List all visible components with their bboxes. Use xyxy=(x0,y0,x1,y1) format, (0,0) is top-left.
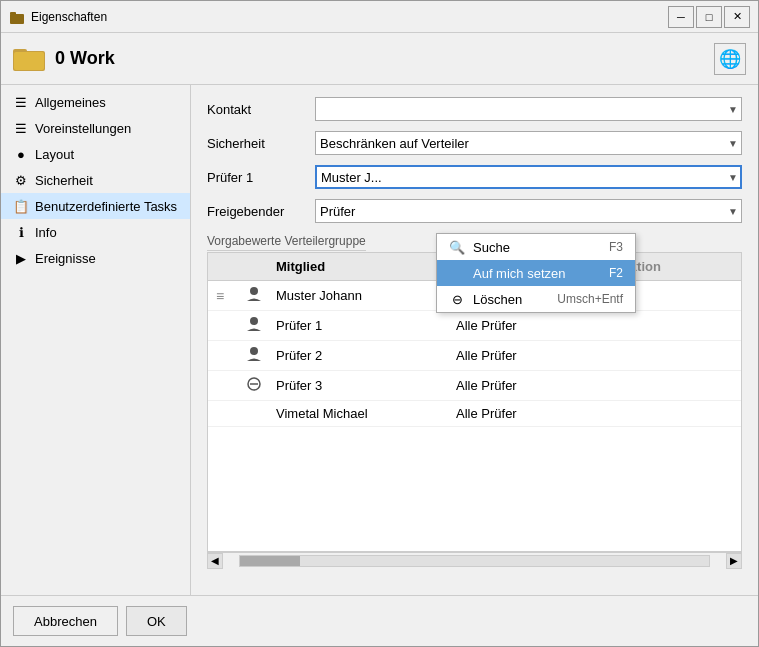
title-bar-text: Eigenschaften xyxy=(31,10,668,24)
row-mitglied: Vimetal Michael xyxy=(268,404,448,423)
svg-rect-1 xyxy=(10,12,16,15)
row-icon-person xyxy=(238,314,268,337)
auf-mich-icon xyxy=(449,265,465,281)
layout-icon: ● xyxy=(13,146,29,162)
sicherheit-row: Sicherheit Beschränken auf Verteiler ▼ xyxy=(207,131,742,155)
restore-button[interactable]: □ xyxy=(696,6,722,28)
sidebar: ☰ Allgemeines ☰ Voreinstellungen ● Layou… xyxy=(1,85,191,595)
section-label: Vorgabewerte Verteilergruppe xyxy=(207,234,366,251)
cancel-button[interactable]: Abbrechen xyxy=(13,606,118,636)
row-gruppe: Alle Prüfer xyxy=(448,316,598,335)
kontakt-row: Kontakt ▼ xyxy=(207,97,742,121)
table-row[interactable]: Prüfer 2 Alle Prüfer xyxy=(208,341,741,371)
row-funktion xyxy=(598,384,741,388)
auf-mich-label: Auf mich setzen xyxy=(473,266,566,281)
kontakt-select[interactable] xyxy=(315,97,742,121)
title-bar: Eigenschaften ─ □ ✕ xyxy=(1,1,758,33)
row-icon-minus xyxy=(238,374,268,397)
row-funktion xyxy=(598,324,741,328)
sidebar-item-info[interactable]: ℹ Info xyxy=(1,219,190,245)
close-button[interactable]: ✕ xyxy=(724,6,750,28)
sicherheit-select[interactable]: Beschränken auf Verteiler xyxy=(315,131,742,155)
main-content: ☰ Allgemeines ☰ Voreinstellungen ● Layou… xyxy=(1,85,758,595)
table-row[interactable]: Prüfer 1 Alle Prüfer xyxy=(208,311,741,341)
ok-button[interactable]: OK xyxy=(126,606,187,636)
kontakt-select-wrapper: ▼ xyxy=(315,97,742,121)
scrollbar-thumb[interactable] xyxy=(240,556,300,566)
main-window: Eigenschaften ─ □ ✕ 0 Work 🌐 ☰ Al xyxy=(0,0,759,647)
horizontal-scrollbar[interactable] xyxy=(239,555,710,567)
row-icon-empty xyxy=(238,412,268,416)
svg-rect-4 xyxy=(14,52,44,70)
row-handle: ≡ xyxy=(208,286,238,306)
header-folder-icon xyxy=(13,43,45,74)
sidebar-item-layout[interactable]: ● Layout xyxy=(1,141,190,167)
prufer1-select[interactable]: Muster J... xyxy=(315,165,742,189)
row-mitglied: Muster Johann xyxy=(268,286,448,305)
header-bar: 0 Work 🌐 xyxy=(1,33,758,85)
freigebender-select-wrapper: Prüfer ▼ xyxy=(315,199,742,223)
suche-icon: 🔍 xyxy=(449,239,465,255)
loeschen-icon: ⊖ xyxy=(449,291,465,307)
row-gruppe: Alle Prüfer xyxy=(448,346,598,365)
kontakt-label: Kontakt xyxy=(207,102,307,117)
scroll-right-button[interactable]: ▶ xyxy=(726,553,742,569)
allgemeines-icon: ☰ xyxy=(13,94,29,110)
row-mitglied: Prüfer 1 xyxy=(268,316,448,335)
row-icon-person xyxy=(238,344,268,367)
sidebar-item-allgemeines[interactable]: ☰ Allgemeines xyxy=(1,89,190,115)
row-handle xyxy=(208,412,238,416)
context-menu: 🔍 Suche F3 Auf mich setzen F2 ⊖ Löschen … xyxy=(436,233,636,313)
sidebar-item-ereignisse[interactable]: ▶ Ereignisse xyxy=(1,245,190,271)
sicherheit-select-wrapper: Beschränken auf Verteiler ▼ xyxy=(315,131,742,155)
row-gruppe: Alle Prüfer xyxy=(448,376,598,395)
svg-point-5 xyxy=(250,287,258,295)
sidebar-item-benutzerdefinierte[interactable]: 📋 Benutzerdefinierte Tasks xyxy=(1,193,190,219)
auf-mich-shortcut: F2 xyxy=(609,266,623,280)
svg-point-7 xyxy=(250,347,258,355)
table-row[interactable]: Prüfer 3 Alle Prüfer xyxy=(208,371,741,401)
sidebar-label-layout: Layout xyxy=(35,147,74,162)
freigebender-label: Freigebender xyxy=(207,204,307,219)
voreinstellungen-icon: ☰ xyxy=(13,120,29,136)
sidebar-item-sicherheit[interactable]: ⚙ Sicherheit xyxy=(1,167,190,193)
row-handle xyxy=(208,354,238,358)
sidebar-label-benutzerdefinierte: Benutzerdefinierte Tasks xyxy=(35,199,177,214)
ereignisse-icon: ▶ xyxy=(13,250,29,266)
row-gruppe: Alle Prüfer xyxy=(448,404,598,423)
context-menu-suche[interactable]: 🔍 Suche F3 xyxy=(437,234,635,260)
scroll-left-button[interactable]: ◀ xyxy=(207,553,223,569)
scrollbar-area: ◀ ▶ xyxy=(207,552,742,568)
prufer1-select-wrapper: Muster J... ▼ xyxy=(315,165,742,189)
row-icon-person xyxy=(238,284,268,307)
sidebar-item-voreinstellungen[interactable]: ☰ Voreinstellungen xyxy=(1,115,190,141)
sicherheit-label: Sicherheit xyxy=(207,136,307,151)
freigebender-select[interactable]: Prüfer xyxy=(315,199,742,223)
sidebar-label-sicherheit: Sicherheit xyxy=(35,173,93,188)
header-title: 0 Work xyxy=(55,48,115,69)
col-header-icon xyxy=(238,257,268,276)
title-bar-controls: ─ □ ✕ xyxy=(668,6,750,28)
sicherheit-icon: ⚙ xyxy=(13,172,29,188)
context-menu-loeschen[interactable]: ⊖ Löschen Umsch+Entf xyxy=(437,286,635,312)
loeschen-label: Löschen xyxy=(473,292,522,307)
info-icon: ℹ xyxy=(13,224,29,240)
col-header-mitglied: Mitglied xyxy=(268,257,448,276)
globe-button[interactable]: 🌐 xyxy=(714,43,746,75)
minimize-button[interactable]: ─ xyxy=(668,6,694,28)
col-header-handle xyxy=(208,257,238,276)
row-funktion xyxy=(598,354,741,358)
row-mitglied: Prüfer 3 xyxy=(268,376,448,395)
svg-point-6 xyxy=(250,317,258,325)
row-funktion xyxy=(598,412,741,416)
footer: Abbrechen OK xyxy=(1,595,758,646)
context-menu-auf-mich-setzen[interactable]: Auf mich setzen F2 xyxy=(437,260,635,286)
suche-shortcut: F3 xyxy=(609,240,623,254)
row-handle xyxy=(208,324,238,328)
row-handle xyxy=(208,384,238,388)
prufer1-row: Prüfer 1 Muster J... ▼ xyxy=(207,165,742,189)
sidebar-label-allgemeines: Allgemeines xyxy=(35,95,106,110)
suche-label: Suche xyxy=(473,240,510,255)
sidebar-label-info: Info xyxy=(35,225,57,240)
table-row[interactable]: Vimetal Michael Alle Prüfer xyxy=(208,401,741,427)
